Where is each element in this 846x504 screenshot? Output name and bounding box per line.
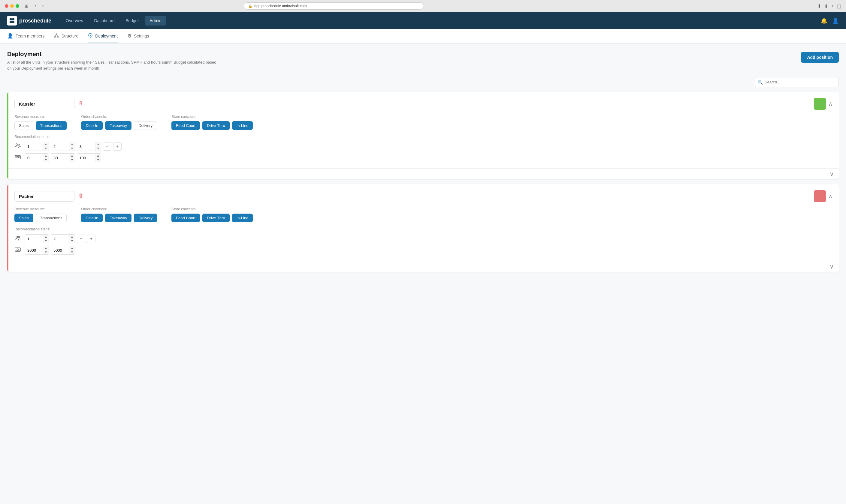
packer-steps-add-button[interactable]: + (87, 235, 95, 243)
kassier-step2-input2-down[interactable]: ▼ (69, 158, 75, 162)
kassier-channel-takeaway-tag[interactable]: Takeaway (105, 121, 131, 130)
notification-icon[interactable]: 🔔 (821, 17, 827, 24)
svg-rect-0 (10, 18, 12, 20)
packer-channel-takeaway-tag[interactable]: Takeaway (105, 214, 131, 222)
kassier-delete-button[interactable] (78, 101, 84, 107)
traffic-light-yellow[interactable] (10, 4, 14, 8)
packer-step1-input2-up[interactable]: ▲ (69, 235, 75, 239)
packer-card-right: ∧ (814, 190, 833, 202)
traffic-light-red[interactable] (5, 4, 8, 8)
packer-step1-input2-down[interactable]: ▼ (69, 239, 75, 243)
add-position-button[interactable]: Add position (801, 52, 839, 63)
kassier-concept-foodcourt-tag[interactable]: Food Court (172, 121, 200, 130)
kassier-expand-toggle: ∨ (7, 168, 839, 179)
subnav-structure[interactable]: Structure (54, 30, 78, 43)
packer-channel-dinein-tag[interactable]: Dine-In (81, 214, 103, 222)
lock-icon: 🔒 (248, 4, 252, 8)
packer-delete-button[interactable] (78, 193, 84, 200)
packer-step1-input2[interactable] (51, 235, 69, 243)
kassier-collapse-button[interactable]: ∧ (828, 101, 833, 107)
packer-header-left (14, 191, 84, 202)
kassier-steps-remove-button[interactable]: − (103, 142, 111, 150)
packer-color-swatch[interactable] (814, 190, 826, 202)
kassier-step2-input2[interactable] (51, 154, 69, 162)
kassier-step1-input3-up[interactable]: ▲ (95, 142, 101, 146)
packer-step2-input1-down[interactable]: ▼ (43, 250, 49, 254)
packer-step1-input1-up[interactable]: ▲ (43, 235, 49, 239)
subnav-deployment-label: Deployment (95, 34, 118, 38)
packer-revenue-transactions-tag[interactable]: Transactions (36, 214, 67, 222)
user-icon[interactable]: 👤 (832, 17, 839, 24)
address-bar[interactable]: 🔒 app.proschedule.ambraisoft.com (244, 2, 424, 10)
kassier-store-concepts: Store concepts: Food Court Drive Thru In… (172, 114, 253, 130)
kassier-header-left (14, 99, 84, 109)
download-icon[interactable]: ⬇ (817, 3, 821, 9)
packer-concept-inline-tag[interactable]: In-Line (232, 214, 253, 222)
new-tab-icon[interactable]: + (831, 3, 834, 9)
subnav-settings[interactable]: ⚙ Settings (127, 30, 149, 43)
packer-steps-remove-button[interactable]: − (77, 235, 85, 243)
kassier-step2-input1-up[interactable]: ▲ (43, 154, 49, 158)
search-input[interactable] (755, 77, 839, 87)
kassier-step2-input1-down[interactable]: ▼ (43, 158, 49, 162)
nav-budget[interactable]: Budget (121, 16, 143, 25)
kassier-step1-input3[interactable] (77, 143, 95, 150)
kassier-step1-input1[interactable] (25, 143, 43, 150)
browser-controls: ⊞ ‹ › (23, 3, 46, 10)
kassier-revenue-sales-tag[interactable]: Sales (14, 121, 33, 130)
kassier-concept-drivethru-tag[interactable]: Drive Thru (202, 121, 229, 130)
svg-line-8 (56, 35, 58, 36)
kassier-concept-inline-tag[interactable]: In-Line (232, 121, 253, 130)
kassier-step1-input2[interactable] (51, 143, 69, 150)
packer-step1-input1[interactable] (25, 235, 43, 243)
packer-channel-delivery-tag[interactable]: Delivery (134, 214, 157, 222)
svg-point-21 (18, 236, 20, 238)
svg-point-12 (16, 144, 18, 145)
browser-forward-btn[interactable]: › (40, 3, 45, 9)
kassier-step1-input1-up[interactable]: ▲ (43, 142, 49, 146)
extensions-icon[interactable]: ◫ (837, 3, 841, 9)
browser-back-btn[interactable]: ‹ (33, 3, 38, 9)
packer-step2-val1: ▲ ▼ (24, 246, 49, 255)
kassier-channel-delivery-tag[interactable]: Delivery (134, 121, 157, 130)
svg-point-6 (57, 36, 58, 37)
kassier-revenue-transactions-tag[interactable]: Transactions (36, 121, 67, 130)
packer-name-input[interactable] (14, 191, 74, 202)
packer-steps-row-1: ▲ ▼ ▲ ▼ − + (14, 234, 833, 243)
kassier-expand-button[interactable]: ∨ (829, 171, 834, 177)
kassier-step2-input3[interactable] (77, 154, 95, 162)
kassier-step1-input2-down[interactable]: ▼ (69, 146, 75, 150)
kassier-steps-add-button[interactable]: + (113, 142, 122, 150)
kassier-name-input[interactable] (14, 99, 74, 109)
subnav-team-members[interactable]: 👤 Team members (7, 30, 45, 43)
packer-expand-button[interactable]: ∨ (829, 264, 834, 269)
packer-concept-drivethru-tag[interactable]: Drive Thru (202, 214, 229, 222)
page-title: Deployment (7, 51, 217, 58)
packer-step2-input2[interactable] (51, 246, 69, 254)
nav-admin[interactable]: Admin (145, 16, 166, 25)
nav-dashboard[interactable]: Dashboard (89, 16, 120, 25)
packer-step1-input1-down[interactable]: ▼ (43, 239, 49, 243)
share-icon[interactable]: ⬆ (824, 3, 828, 9)
packer-step2-input1[interactable] (25, 246, 43, 254)
packer-revenue-sales-tag[interactable]: Sales (14, 214, 33, 222)
packer-concept-foodcourt-tag[interactable]: Food Court (172, 214, 200, 222)
svg-rect-3 (12, 21, 14, 23)
nav-overview[interactable]: Overview (61, 16, 88, 25)
subnav-deployment[interactable]: Deployment (88, 30, 118, 43)
kassier-step2-input3-up[interactable]: ▲ (95, 154, 101, 158)
kassier-step1-input1-down[interactable]: ▼ (43, 146, 49, 150)
kassier-step2-input1[interactable] (25, 154, 43, 162)
traffic-light-green[interactable] (16, 4, 19, 8)
kassier-step2-input3-down[interactable]: ▼ (95, 158, 101, 162)
kassier-color-swatch[interactable] (814, 98, 826, 110)
kassier-step1-input3-down[interactable]: ▼ (95, 146, 101, 150)
packer-step2-input2-up[interactable]: ▲ (69, 246, 75, 250)
packer-step2-input2-down[interactable]: ▼ (69, 250, 75, 254)
kassier-step2-input2-up[interactable]: ▲ (69, 154, 75, 158)
kassier-step1-input2-up[interactable]: ▲ (69, 142, 75, 146)
sidebar-toggle-btn[interactable]: ⊞ (23, 3, 30, 10)
packer-collapse-button[interactable]: ∧ (828, 193, 833, 199)
packer-step2-input1-up[interactable]: ▲ (43, 246, 49, 250)
kassier-channel-dinein-tag[interactable]: Dine-In (81, 121, 103, 130)
